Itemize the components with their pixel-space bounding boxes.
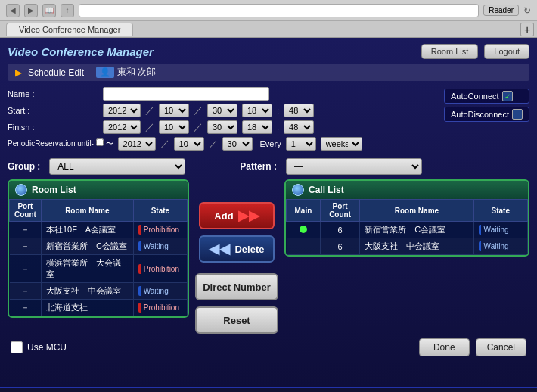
- add-button[interactable]: Add ▶▶: [199, 202, 275, 229]
- finish-label: Finish :: [8, 123, 98, 132]
- book-icon[interactable]: 📖: [42, 4, 56, 17]
- auto-disconnect-checkbox[interactable]: [512, 109, 523, 120]
- direct-number-label: Direct Number: [203, 282, 271, 293]
- call-state: Waiting: [473, 238, 527, 255]
- direct-number-button[interactable]: Direct Number: [195, 273, 278, 300]
- breadcrumb-arrow-icon: ▶: [15, 67, 22, 78]
- call-main: [287, 222, 321, 238]
- sep1: ／: [145, 104, 154, 117]
- start-year-select[interactable]: 2012: [103, 104, 141, 117]
- periodic-label: PeriodicReservation until- 〜: [8, 138, 113, 149]
- room-port: －: [10, 238, 42, 255]
- center-buttons: Add ▶▶ ◀◀ Delete Direct Number Reset: [195, 179, 278, 334]
- use-mcu-label: Use MCU: [27, 342, 67, 353]
- room-state: Prohibition: [133, 255, 187, 283]
- sep2: ／: [194, 104, 203, 117]
- periodic-month-select[interactable]: 10: [174, 137, 204, 151]
- weeks-select[interactable]: weeks: [321, 137, 362, 151]
- finish-hour-select[interactable]: 18: [242, 120, 272, 134]
- finish-year-select[interactable]: 2012: [103, 120, 141, 134]
- name-input[interactable]: [103, 87, 269, 101]
- add-arrows-icon: ▶▶: [238, 207, 259, 224]
- address-bar[interactable]: [79, 4, 479, 17]
- room-port: －: [10, 222, 42, 238]
- group-pattern-row: Group : ALL Pattern : —: [8, 158, 529, 175]
- room-list-title: Room List: [32, 185, 76, 195]
- call-list-row[interactable]: 6 新宿営業所 C会議室 Waiting: [287, 222, 528, 238]
- group-select[interactable]: ALL: [49, 158, 185, 175]
- group-label: Group :: [8, 161, 40, 172]
- auto-connect-item: AutoConnect: [444, 89, 529, 104]
- start-month-select[interactable]: 10: [159, 104, 189, 117]
- room-port: －: [10, 300, 42, 316]
- auto-connect-label: AutoConnect: [451, 92, 499, 101]
- col-main: Main: [287, 200, 321, 222]
- room-list-row[interactable]: － 横浜営業所 大会議室 Prohibition: [10, 255, 188, 283]
- finish-day-select[interactable]: 30: [207, 120, 237, 134]
- call-state: Waiting: [473, 222, 527, 238]
- use-mcu-checkbox[interactable]: [11, 341, 23, 353]
- time-colon1: :: [277, 106, 279, 115]
- start-min-select[interactable]: 48: [284, 104, 314, 117]
- new-tab-button[interactable]: +: [520, 23, 534, 36]
- col-call-port: PortCount: [320, 200, 359, 222]
- auto-disconnect-label: AutoDisconnect: [451, 110, 509, 119]
- finish-month-select[interactable]: 10: [159, 120, 189, 134]
- app-container: Video Conference Manager Room List Logou…: [0, 38, 537, 387]
- room-name: 本社10F A会議室: [41, 222, 133, 238]
- every-label: Every: [260, 139, 281, 148]
- back-button[interactable]: ◀: [6, 4, 20, 17]
- footer: Copyright © TOWA ENGINEERING CORPORATION…: [0, 387, 537, 392]
- room-list-button[interactable]: Room List: [421, 44, 479, 59]
- col-room-name: Room Name: [41, 200, 133, 222]
- start-hour-select[interactable]: 18: [242, 104, 272, 117]
- room-list-row[interactable]: － 新宿営業所 C会議室 Waiting: [10, 238, 188, 255]
- browser-chrome: ◀ ▶ 📖 ↑ Reader ↻: [0, 0, 537, 21]
- refresh-icon[interactable]: ↻: [523, 5, 531, 16]
- room-list-table: PortCount Room Name State － 本社10F A会議室 P…: [9, 199, 188, 316]
- tab-vcm[interactable]: Video Conference Manager: [6, 23, 133, 36]
- breadcrumb: ▶ Schedule Edit 👤 東和 次郎: [8, 64, 529, 81]
- logout-button[interactable]: Logout: [484, 44, 529, 59]
- form-area: Name : Start : 2012 ／ 10 ／ 30 18 : 48 Fi…: [8, 87, 529, 154]
- finish-min-select[interactable]: 48: [284, 120, 314, 134]
- room-list-row[interactable]: － 北海道支社 Prohibition: [10, 300, 188, 316]
- room-state: Waiting: [133, 238, 187, 255]
- add-label: Add: [214, 210, 233, 222]
- delete-button[interactable]: ◀◀ Delete: [199, 235, 275, 263]
- call-list-table: Main PortCount Room Name State 6 新宿営業所 C…: [286, 199, 528, 255]
- done-button[interactable]: Done: [419, 338, 470, 356]
- room-name: 新宿営業所 C会議室: [41, 238, 133, 255]
- room-list-header: Room List: [9, 181, 188, 199]
- room-list-row[interactable]: － 本社10F A会議室 Prohibition: [10, 222, 188, 238]
- globe-icon: [15, 184, 27, 196]
- app-header: Video Conference Manager Room List Logou…: [8, 44, 529, 59]
- room-state: Prohibition: [133, 300, 187, 316]
- periodic-checkbox[interactable]: [96, 138, 104, 146]
- pattern-select[interactable]: —: [286, 158, 422, 175]
- auto-connect-checkbox[interactable]: [502, 91, 513, 101]
- room-port: －: [10, 255, 42, 283]
- forward-button[interactable]: ▶: [24, 4, 38, 17]
- periodic-day-select[interactable]: 30: [222, 137, 253, 151]
- call-list-row[interactable]: 6 大阪支社 中会議室 Waiting: [287, 238, 528, 255]
- auto-section: AutoConnect AutoDisconnect: [436, 87, 529, 154]
- every-val-select[interactable]: 1: [286, 137, 316, 151]
- cancel-button[interactable]: Cancel: [476, 338, 526, 356]
- sep3: ／: [145, 121, 154, 134]
- breadcrumb-username: 東和 次郎: [117, 66, 156, 79]
- share-icon[interactable]: ↑: [61, 4, 74, 17]
- call-room-name: 新宿営業所 C会議室: [360, 222, 473, 238]
- finish-row: Finish : 2012 ／ 10 ／ 30 18 : 48: [8, 120, 436, 134]
- user-icon: 👤: [96, 67, 114, 78]
- call-main: [287, 238, 321, 255]
- room-name: 横浜営業所 大会議室: [41, 255, 133, 283]
- reset-button[interactable]: Reset: [195, 306, 278, 334]
- sep5: ／: [160, 138, 169, 151]
- start-day-select[interactable]: 30: [207, 104, 237, 117]
- lists-row: Room List PortCount Room Name State － 本社…: [8, 179, 529, 334]
- room-list-row[interactable]: － 大阪支社 中会議室 Waiting: [10, 283, 188, 300]
- call-port: 6: [320, 222, 359, 238]
- reader-button[interactable]: Reader: [483, 5, 519, 16]
- periodic-year-select[interactable]: 2012: [118, 137, 156, 151]
